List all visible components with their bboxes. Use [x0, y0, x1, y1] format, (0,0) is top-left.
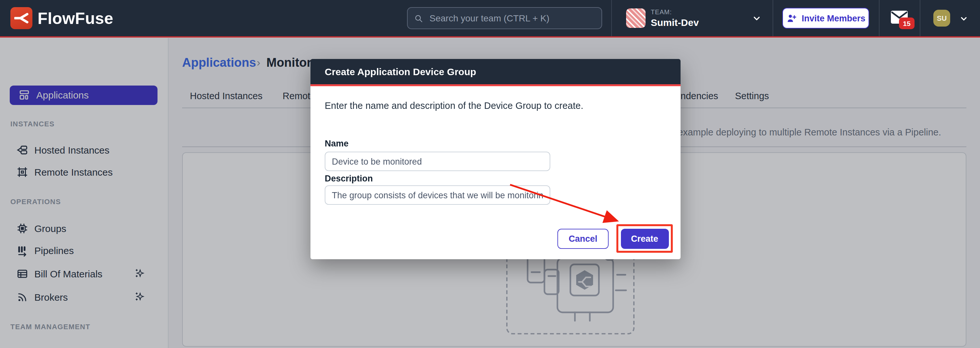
search-icon	[414, 13, 423, 23]
nav-divider	[773, 0, 773, 36]
user-chevron-down-icon[interactable]	[959, 14, 968, 23]
description-field[interactable]	[325, 185, 550, 205]
flowfuse-logo[interactable]: FlowFuse	[10, 7, 113, 29]
create-device-group-modal: Create Application Device Group Enter th…	[310, 59, 681, 259]
invite-members-label: Invite Members	[802, 13, 865, 23]
flowfuse-logo-icon	[10, 7, 32, 29]
nav-divider	[920, 0, 920, 36]
create-button[interactable]: Create	[620, 229, 668, 248]
team-chevron-down-icon[interactable]	[752, 14, 762, 23]
nav-divider	[879, 0, 880, 36]
name-field[interactable]	[325, 152, 550, 171]
description-label: Description	[325, 174, 373, 183]
person-plus-icon	[786, 13, 797, 24]
team-label: TEAM:	[651, 8, 672, 16]
team-search[interactable]	[407, 7, 602, 29]
modal-footer: Cancel Create	[557, 224, 673, 253]
team-name[interactable]: Sumit-Dev	[651, 17, 699, 28]
notification-count-badge[interactable]: 15	[899, 17, 915, 29]
name-label: Name	[325, 139, 349, 148]
search-input[interactable]	[428, 12, 595, 24]
modal-description: Enter the name and description of the De…	[325, 100, 583, 111]
logo-text: FlowFuse	[38, 9, 113, 27]
flowfuse-app: FlowFuse TEAM: Sumit-Dev Invite Members …	[0, 0, 980, 348]
invite-members-button[interactable]: Invite Members	[782, 8, 869, 29]
cancel-button[interactable]: Cancel	[557, 229, 609, 248]
create-button-annotation-ring: Create	[616, 224, 673, 253]
nav-divider	[611, 0, 612, 36]
modal-header: Create Application Device Group	[310, 59, 681, 86]
team-avatar[interactable]	[626, 8, 646, 28]
top-navbar: FlowFuse TEAM: Sumit-Dev Invite Members …	[0, 0, 980, 38]
modal-title: Create Application Device Group	[325, 66, 476, 77]
user-avatar[interactable]: SU	[933, 10, 950, 27]
